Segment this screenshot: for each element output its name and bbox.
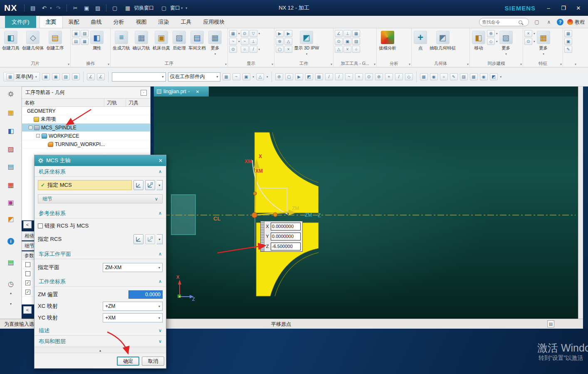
- ribbon-mini-icon[interactable]: [335, 38, 343, 45]
- ribbon-mini-icon[interactable]: [343, 46, 351, 53]
- column-header-toolpath[interactable]: 刀轨: [104, 99, 126, 107]
- notes-icon[interactable]: [5, 257, 16, 267]
- checkbox[interactable]: [25, 271, 30, 276]
- toolbar-icon[interactable]: [420, 73, 428, 80]
- graphics-viewport[interactable]: lingjian.prt ▫ ✕: [154, 87, 578, 319]
- ribbon-mini-icon[interactable]: [229, 38, 237, 45]
- undo-caret-icon[interactable]: ▾: [50, 6, 52, 10]
- chevron-down-icon[interactable]: ∨: [158, 339, 162, 344]
- cancel-button[interactable]: 取消: [142, 357, 164, 366]
- section-layout-layers[interactable]: 布局和图层 ∨: [35, 337, 166, 347]
- csys-options-caret-icon[interactable]: ▾: [157, 234, 163, 244]
- help-icon[interactable]: ?: [557, 19, 563, 25]
- ribbon-mini-icon[interactable]: [343, 38, 351, 45]
- section-machine-cs[interactable]: 机床坐标系 ∧: [35, 167, 166, 177]
- info-icon[interactable]: i: [5, 236, 16, 246]
- tree-row-unused[interactable]: 未用项: [22, 115, 150, 124]
- machine-simulation-button[interactable]: 机床仿真: [152, 30, 171, 52]
- window-icon[interactable]: [110, 4, 119, 12]
- point-button[interactable]: 点: [413, 30, 428, 52]
- postprocess-button[interactable]: 后处理: [172, 30, 187, 52]
- float-panel-icon[interactable]: ▫: [141, 90, 147, 96]
- group-dialog-icon[interactable]: ▾: [409, 62, 410, 66]
- ribbon-mini-icon[interactable]: [524, 30, 532, 37]
- xc-mapping-dropdown[interactable]: +ZM ▾: [103, 302, 163, 311]
- dialog-close-icon[interactable]: ✕: [158, 158, 163, 163]
- ribbon-mini-icon[interactable]: [241, 38, 249, 45]
- checkbox[interactable]: ✓: [25, 290, 30, 295]
- group-dialog-icon[interactable]: ▾: [374, 62, 376, 66]
- draft-analysis-button[interactable]: 拔模分析: [378, 30, 397, 52]
- section-work-cs[interactable]: 工作坐标系 ∧: [35, 277, 166, 287]
- csys-dialog-button[interactable]: [133, 180, 143, 190]
- snap-point-icon[interactable]: [335, 73, 343, 80]
- ribbon-mini-icon[interactable]: [276, 46, 284, 53]
- maximize-button[interactable]: ❐: [558, 3, 569, 12]
- group-dialog-icon[interactable]: ▾: [272, 62, 273, 66]
- ribbon-mini-icon[interactable]: [81, 38, 89, 45]
- ribbon-mini-icon[interactable]: [250, 38, 257, 45]
- ribbon-mini-icon[interactable]: [284, 30, 292, 37]
- group-dialog-icon[interactable]: ▾: [560, 62, 562, 66]
- tab-view[interactable]: 视图: [130, 16, 153, 28]
- snap-point-icon[interactable]: [365, 73, 373, 80]
- toolbar-icon[interactable]: [52, 73, 60, 80]
- toolbar-icon[interactable]: [232, 73, 240, 80]
- toolbar-icon[interactable]: [430, 73, 438, 80]
- command-search-box[interactable]: [479, 18, 529, 26]
- dynamic-coordinate-box[interactable]: X 0.0000000 Y 0.0000000 Z -6.500000: [260, 221, 303, 252]
- tab-file[interactable]: 文件(F): [5, 16, 36, 28]
- menu-button[interactable]: 菜单(M) ▾: [3, 72, 40, 82]
- chevron-down-icon[interactable]: ∨: [158, 328, 162, 333]
- toolbar-icon[interactable]: [256, 73, 264, 80]
- ribbon-mini-icon[interactable]: [335, 46, 343, 53]
- toolbar-icon[interactable]: [470, 73, 478, 80]
- column-header-name[interactable]: 名称: [22, 99, 104, 107]
- cut-icon[interactable]: [71, 4, 80, 12]
- ribbon-mini-icon[interactable]: [81, 30, 89, 37]
- group-dialog-icon[interactable]: ▾: [520, 62, 522, 66]
- status-tray-icon[interactable]: [547, 320, 554, 327]
- csys-type-button[interactable]: [145, 180, 155, 190]
- toolbar-overflow-caret-icon[interactable]: ▾: [500, 75, 502, 79]
- ribbon-mini-icon[interactable]: [72, 30, 80, 37]
- shop-doc-button[interactable]: 车间文档: [188, 30, 207, 52]
- move-button[interactable]: 移动: [471, 30, 486, 52]
- plane-dropdown[interactable]: ZM-XM ▾: [103, 263, 163, 272]
- toolbar-icon[interactable]: [42, 73, 50, 80]
- tab-assemblies[interactable]: 装配: [63, 16, 85, 28]
- verify-toolpath-button[interactable]: 确认刀轨: [132, 30, 151, 52]
- more-sync-button[interactable]: 更多 ▾: [499, 30, 514, 57]
- tree-row-geometry[interactable]: GEOMETRY: [22, 107, 150, 115]
- ribbon-mini-icon[interactable]: [241, 46, 249, 53]
- ribbon-mini-icon[interactable]: [487, 38, 495, 45]
- minimize-ribbon-icon[interactable]: ∧: [545, 18, 553, 26]
- toolbar-icon[interactable]: [242, 73, 250, 80]
- operation-navigator-icon[interactable]: [5, 161, 16, 171]
- close-button[interactable]: ✕: [573, 3, 584, 12]
- tab-curve[interactable]: 曲线: [85, 16, 108, 28]
- search-input[interactable]: [482, 20, 517, 25]
- toolbar-icon[interactable]: [97, 73, 105, 80]
- ribbon-mini-icon[interactable]: [564, 30, 572, 37]
- tree-row-turning-workpiece[interactable]: TURNING_WORKPI...: [22, 140, 150, 149]
- collapse-left-icon[interactable]: <: [23, 221, 32, 228]
- redo-icon[interactable]: [54, 4, 63, 12]
- drag-handle[interactable]: [253, 192, 257, 195]
- ribbon-mini-icon[interactable]: [250, 46, 257, 53]
- history-icon[interactable]: [5, 279, 16, 289]
- ribbon-mini-icon[interactable]: [250, 30, 257, 37]
- snap-point-icon[interactable]: [285, 73, 293, 80]
- machine-tool-navigator-icon[interactable]: [5, 180, 16, 190]
- panel-icon[interactable]: [533, 18, 541, 26]
- drag-grip[interactable]: [261, 221, 264, 251]
- snap-point-icon[interactable]: [385, 73, 393, 80]
- chevron-up-icon[interactable]: ∧: [158, 169, 162, 174]
- assembly-navigator-icon[interactable]: [5, 107, 16, 117]
- group-dialog-icon[interactable]: ▾: [225, 62, 227, 66]
- more-operations-button[interactable]: 更多 ▾: [208, 30, 222, 57]
- ok-button[interactable]: 确定: [117, 357, 139, 366]
- toolbar-icon[interactable]: [490, 73, 498, 80]
- toolbar-icon[interactable]: [460, 73, 468, 80]
- model-canvas[interactable]: CL X XM XM ZM ZM Z X Z: [154, 87, 578, 319]
